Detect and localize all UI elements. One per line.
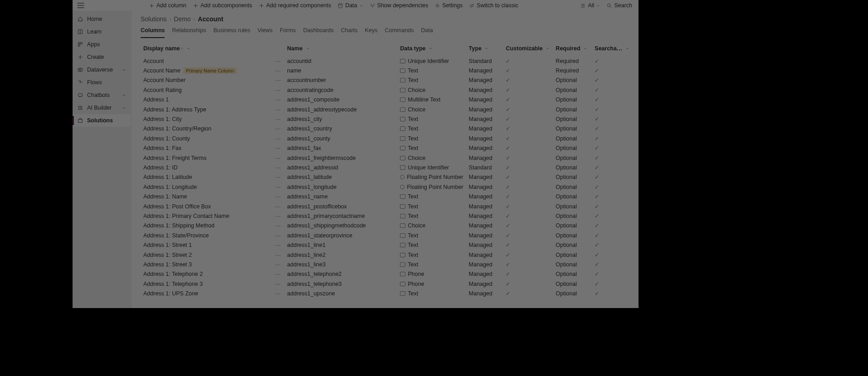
sidebar-item-apps[interactable]: Apps (73, 38, 131, 51)
tab-business-rules[interactable]: Business rules (214, 24, 250, 38)
tab-dashboards[interactable]: Dashboards (303, 24, 333, 38)
row-more-button[interactable]: ··· (272, 221, 284, 231)
row-more-button[interactable]: ··· (272, 114, 284, 124)
filter-all-button[interactable]: All (577, 0, 603, 11)
sidebar-item-home[interactable]: Home (73, 13, 131, 25)
table-row[interactable]: Address 1···address1_compositeMultiline … (141, 95, 632, 105)
row-more-button[interactable]: ··· (272, 231, 284, 240)
table-row[interactable]: Account Rating···accountratingcodeChoice… (141, 85, 632, 95)
table-row[interactable]: Address 1: Primary Contact Name···addres… (141, 211, 632, 221)
table-row[interactable]: Address 1: Post Office Box···address1_po… (141, 202, 632, 211)
row-more-button[interactable]: ··· (272, 56, 284, 66)
row-more-button[interactable]: ··· (272, 240, 284, 250)
tab-data[interactable]: Data (421, 24, 433, 38)
header-searchable[interactable]: Searcha… (592, 43, 632, 56)
table-row[interactable]: Address 1: Address Type···address1_addre… (141, 105, 632, 114)
header-required[interactable]: Required (553, 43, 592, 56)
svg-point-11 (80, 107, 81, 108)
header-data-type[interactable]: Data type (397, 43, 466, 56)
cell-searchable: ✓ (592, 221, 632, 231)
sidebar-item-dataverse[interactable]: Dataverse (73, 63, 131, 76)
row-more-button[interactable]: ··· (272, 279, 284, 289)
row-more-button[interactable]: ··· (272, 144, 284, 153)
switch-classic-button[interactable]: Switch to classic (466, 0, 521, 11)
table-row[interactable]: Address 1: Shipping Method···address1_sh… (141, 221, 632, 231)
sidebar-item-flows[interactable]: Flows (73, 76, 131, 89)
row-more-button[interactable]: ··· (272, 192, 284, 201)
row-more-button[interactable]: ··· (272, 260, 284, 269)
row-more-button[interactable]: ··· (272, 202, 284, 211)
table-row[interactable]: Account NamePrimary Name Column···nameTe… (141, 66, 632, 75)
add-column-button[interactable]: Add column (146, 0, 189, 11)
table-row[interactable]: Address 1: Longitude···address1_longitud… (141, 182, 632, 192)
table-row[interactable]: Address 1: Street 1···address1_line1Text… (141, 240, 632, 250)
table-row[interactable]: Address 1: State/Province···address1_sta… (141, 231, 632, 240)
settings-button[interactable]: Settings (432, 0, 465, 11)
row-more-button[interactable]: ··· (272, 66, 284, 75)
check-icon: ✓ (506, 193, 510, 200)
chevron-down-icon (359, 4, 363, 8)
row-more-button[interactable]: ··· (272, 270, 284, 279)
tab-columns[interactable]: Columns (141, 24, 165, 38)
tab-forms[interactable]: Forms (280, 24, 296, 38)
header-name[interactable]: Name (284, 43, 397, 56)
cell-searchable: ✓ (592, 289, 632, 298)
hamburger-icon[interactable] (76, 1, 85, 10)
table-row[interactable]: Address 1: UPS Zone···address1_upszoneTe… (141, 289, 632, 298)
apps-icon (77, 41, 83, 48)
show-dependencies-button[interactable]: Show dependencies (367, 0, 431, 11)
table-row[interactable]: Address 1: Fax···address1_faxTextManaged… (141, 144, 632, 153)
table-row[interactable]: Address 1: Street 3···address1_line3Text… (141, 260, 632, 269)
table-row[interactable]: Address 1: Freight Terms···address1_frei… (141, 153, 632, 163)
table-row[interactable]: Address 1: ID···address1_addressidUnique… (141, 163, 632, 172)
row-more-button[interactable]: ··· (272, 85, 284, 95)
table-row[interactable]: Address 1: City···address1_cityTextManag… (141, 114, 632, 124)
cell-data-type: Text (397, 76, 466, 85)
table-row[interactable]: Account Number···accountnumberTextManage… (141, 76, 632, 85)
tab-keys[interactable]: Keys (365, 24, 378, 38)
breadcrumb-demo[interactable]: Demo (174, 15, 190, 23)
table-row[interactable]: Address 1: Latitude···address1_latitudeF… (141, 173, 632, 182)
header-customizable[interactable]: Customizable (503, 43, 553, 56)
table-row[interactable]: Address 1: Telephone 3···address1_teleph… (141, 279, 632, 289)
row-more-button[interactable]: ··· (272, 124, 284, 134)
sidebar-item-chatbots[interactable]: Chatbots (73, 89, 131, 101)
add-required-button[interactable]: Add required components (256, 0, 334, 11)
table-row[interactable]: Address 1: Country/Region···address1_cou… (141, 124, 632, 134)
breadcrumb-solutions[interactable]: Solutions (141, 15, 167, 23)
row-more-button[interactable]: ··· (272, 250, 284, 260)
sidebar-item-aibuilder[interactable]: AI Builder (73, 101, 131, 114)
header-display-name[interactable]: Display name↑ (141, 43, 272, 56)
cell-customizable: ✓ (503, 105, 553, 114)
cell-searchable: ✓ (592, 240, 632, 250)
table-row[interactable]: Address 1: Street 2···address1_line2Text… (141, 250, 632, 260)
table-scroll[interactable]: Display name↑ Name Data type (132, 38, 639, 308)
cell-type: Managed (466, 270, 503, 279)
row-more-button[interactable]: ··· (272, 76, 284, 85)
row-more-button[interactable]: ··· (272, 289, 284, 298)
tab-views[interactable]: Views (258, 24, 273, 38)
row-more-button[interactable]: ··· (272, 153, 284, 163)
tab-commands[interactable]: Commands (385, 24, 414, 38)
row-more-button[interactable]: ··· (272, 95, 284, 105)
row-more-button[interactable]: ··· (272, 173, 284, 182)
row-more-button[interactable]: ··· (272, 105, 284, 114)
sidebar-item-label: Create (87, 54, 104, 60)
tab-relationships[interactable]: Relationships (172, 24, 206, 38)
row-more-button[interactable]: ··· (272, 134, 284, 143)
header-type[interactable]: Type (466, 43, 503, 56)
add-subcomponents-button[interactable]: Add subcomponents (190, 0, 255, 11)
table-row[interactable]: Address 1: Telephone 2···address1_teleph… (141, 270, 632, 279)
table-row[interactable]: Account···accountidUnique IdentifierStan… (141, 56, 632, 66)
sidebar-item-create[interactable]: Create (73, 51, 131, 63)
sidebar-item-learn[interactable]: Learn (73, 25, 131, 38)
row-more-button[interactable]: ··· (272, 211, 284, 221)
table-row[interactable]: Address 1: County···address1_countyTextM… (141, 134, 632, 143)
row-more-button[interactable]: ··· (272, 182, 284, 192)
sidebar-item-solutions[interactable]: Solutions (73, 114, 131, 127)
row-more-button[interactable]: ··· (272, 163, 284, 172)
table-row[interactable]: Address 1: Name···address1_nameTextManag… (141, 192, 632, 201)
data-menu-button[interactable]: Data (335, 0, 366, 11)
tab-charts[interactable]: Charts (341, 24, 358, 38)
search-button[interactable]: Search (604, 0, 635, 11)
